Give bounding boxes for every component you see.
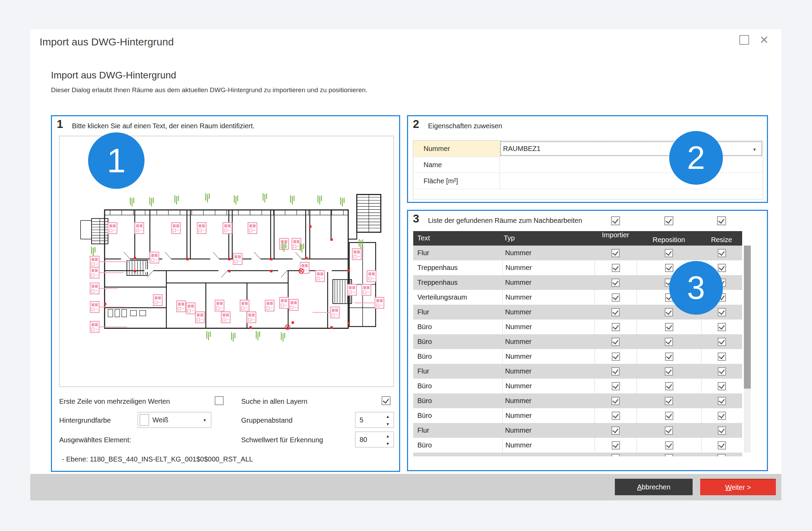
row-checkbox[interactable] — [665, 308, 673, 316]
row-checkbox[interactable] — [718, 397, 726, 405]
spin-down-icon[interactable] — [386, 421, 390, 427]
row-checkbox[interactable] — [718, 308, 726, 316]
annotation-badge-1: 1 — [88, 132, 145, 189]
table-row[interactable]: BüroNummer — [413, 349, 742, 364]
row-checkbox[interactable] — [612, 412, 620, 420]
table-row[interactable]: BüroNummer — [413, 319, 742, 334]
background-color-dropdown[interactable]: Weiß — [138, 412, 211, 428]
checkbox — [611, 454, 620, 456]
scrollbar-thumb[interactable] — [744, 246, 751, 389]
cell-resize — [701, 379, 742, 393]
column-header-typ[interactable]: Typ — [504, 234, 515, 242]
spin-down-icon[interactable] — [386, 440, 390, 446]
table-row[interactable]: BüroNummer — [413, 379, 742, 393]
cell-importieren — [595, 334, 637, 349]
select-all-importieren-checkbox[interactable] — [611, 216, 620, 225]
row-checkbox[interactable] — [611, 426, 620, 435]
next-button[interactable]: Weiter > — [700, 479, 776, 495]
cell-importieren — [595, 423, 637, 438]
row-checkbox[interactable] — [718, 382, 726, 390]
row-checkbox[interactable] — [611, 397, 620, 405]
row-checkbox[interactable] — [665, 382, 673, 390]
cell-text: Büro — [413, 379, 502, 393]
row-checkbox[interactable] — [612, 353, 620, 361]
column-header-importieren[interactable]: Importier — [602, 231, 629, 239]
row-checkbox[interactable] — [612, 441, 620, 449]
row-checkbox[interactable] — [665, 426, 673, 435]
spin-up-icon[interactable] — [386, 413, 390, 419]
first-line-checkbox[interactable] — [215, 396, 224, 405]
property-value-field[interactable] — [500, 157, 763, 173]
row-checkbox[interactable] — [612, 293, 620, 302]
row-checkbox[interactable] — [611, 338, 620, 346]
property-value-field[interactable]: RAUMBEZ1 — [500, 141, 763, 156]
annotation-badge-3: 3 — [669, 261, 723, 315]
cell-text: Büro — [413, 334, 502, 349]
row-checkbox[interactable] — [665, 353, 673, 361]
cancel-button[interactable]: Abbrechen — [615, 479, 693, 495]
row-checkbox[interactable] — [611, 279, 620, 287]
step1-number: 1 — [57, 118, 63, 131]
cell-text: Flur — [413, 305, 502, 319]
column-header-resize[interactable]: Resize — [711, 236, 732, 244]
cell-importieren — [595, 260, 637, 275]
row-checkbox[interactable] — [718, 323, 726, 331]
select-all-reposition-checkbox[interactable] — [664, 216, 673, 225]
table-row[interactable]: FlurNummer — [413, 246, 742, 260]
cell-reposition — [637, 246, 701, 260]
property-value-field[interactable] — [500, 173, 763, 189]
row-checkbox[interactable] — [665, 397, 673, 405]
threshold-stepper[interactable]: 80 — [355, 432, 394, 447]
row-checkbox[interactable] — [718, 249, 726, 257]
row-checkbox[interactable] — [611, 308, 620, 316]
row-checkbox[interactable] — [718, 338, 726, 346]
search-layers-checkbox[interactable] — [382, 396, 391, 405]
row-checkbox[interactable] — [718, 264, 726, 272]
row-checkbox[interactable] — [718, 367, 726, 376]
row-checkbox[interactable] — [611, 249, 620, 257]
row-checkbox[interactable] — [665, 412, 673, 420]
chevron-down-icon — [752, 145, 757, 153]
row-checkbox[interactable] — [665, 367, 673, 376]
threshold-label: Schwellwert für Erkennung — [241, 436, 323, 444]
cell-text: Treppenhaus — [413, 275, 502, 290]
table-row[interactable]: BüroNummer — [413, 438, 742, 453]
row-checkbox[interactable] — [611, 367, 620, 376]
row-checkbox[interactable] — [665, 264, 673, 272]
column-header-reposition[interactable]: Reposition — [653, 236, 685, 244]
row-checkbox[interactable] — [718, 426, 726, 435]
window-title: Import aus DWG-Hintergrund — [40, 36, 174, 48]
row-checkbox[interactable] — [718, 412, 726, 420]
row-checkbox[interactable] — [612, 382, 620, 390]
spin-up-icon[interactable] — [386, 433, 390, 439]
cell-typ: Nummer — [502, 275, 595, 290]
column-header-text[interactable]: Text — [417, 234, 430, 242]
row-checkbox[interactable] — [612, 323, 620, 331]
cell-text: Büro — [413, 319, 502, 334]
table-row[interactable]: FlurNummer — [413, 423, 742, 438]
checkbox — [717, 454, 726, 456]
row-checkbox[interactable] — [665, 249, 673, 257]
table-row[interactable]: BüroNummer — [413, 408, 742, 423]
cell-text: Büro — [413, 393, 502, 408]
row-checkbox[interactable] — [665, 338, 673, 346]
table-scrollbar[interactable] — [744, 246, 751, 453]
cell-resize — [701, 334, 742, 349]
table-row[interactable]: BüroNummer — [413, 334, 742, 349]
row-checkbox[interactable] — [718, 441, 726, 449]
row-checkbox[interactable] — [665, 323, 673, 331]
maximize-button[interactable] — [738, 33, 751, 46]
row-checkbox[interactable] — [612, 264, 620, 272]
property-value-combobox[interactable]: RAUMBEZ1 — [500, 141, 762, 156]
page-title: Import aus DWG-Hintergrund — [51, 70, 176, 81]
cell-resize — [701, 438, 742, 453]
cell-text: Verteilungsraum — [413, 290, 502, 305]
select-all-resize-checkbox[interactable] — [717, 216, 726, 225]
table-row[interactable]: BüroNummer — [413, 393, 742, 408]
group-distance-stepper[interactable]: 5 — [355, 412, 394, 428]
cell-importieren — [595, 379, 637, 393]
row-checkbox[interactable] — [718, 353, 726, 361]
row-checkbox[interactable] — [665, 441, 673, 449]
table-row[interactable]: FlurNummer — [413, 364, 742, 379]
close-button[interactable]: ✕ — [758, 33, 771, 46]
